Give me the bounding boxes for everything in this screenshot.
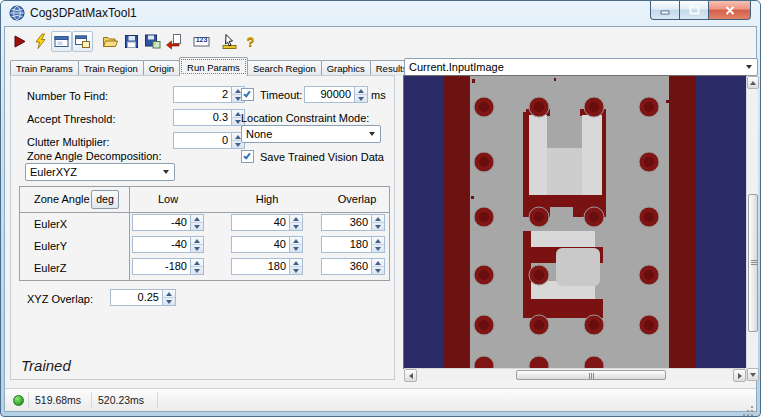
zone-angle-decomposition-label: Zone Angle Decomposition: — [27, 150, 162, 162]
image-display — [404, 76, 758, 381]
image-windows-cascade-button[interactable] — [72, 31, 93, 52]
spin-down-button[interactable] — [290, 223, 302, 230]
tab-origin[interactable]: Origin — [143, 60, 180, 76]
scroll-down-button[interactable] — [747, 368, 759, 381]
maximize-button[interactable] — [680, 1, 709, 20]
spin-up-button[interactable] — [163, 290, 175, 298]
location-constraint-mode-dropdown[interactable]: None — [241, 125, 381, 143]
status-bar: 519.68ms 520.23ms — [5, 388, 756, 411]
spin-down-button[interactable] — [372, 267, 384, 274]
clutter-multiplier-stepper[interactable]: 0 — [173, 132, 245, 149]
row-label-eulery: EulerY — [34, 240, 67, 252]
accept-threshold-stepper[interactable]: 0.3 — [173, 109, 245, 126]
timeout-checkbox[interactable] — [241, 88, 254, 101]
xyz-overlap-label: XYZ Overlap: — [27, 293, 93, 305]
results-button[interactable]: 123 — [191, 31, 212, 52]
chevron-down-icon[interactable] — [158, 164, 174, 180]
eulerx-low-stepper[interactable]: -40 — [132, 214, 204, 231]
save-button[interactable] — [121, 31, 142, 52]
eulerz-high-stepper[interactable]: 180 — [231, 258, 303, 275]
eulerz-low-stepper[interactable]: -180 — [132, 258, 204, 275]
row-label-eulerz: EulerZ — [34, 262, 66, 274]
scroll-up-button[interactable] — [747, 76, 759, 89]
chevron-down-icon[interactable] — [364, 126, 380, 142]
tab-train-region[interactable]: Train Region — [78, 60, 144, 76]
import-button[interactable] — [163, 31, 184, 52]
number-to-find-stepper[interactable]: 2 — [173, 86, 245, 103]
spin-up-button[interactable] — [290, 259, 302, 267]
spin-up-button[interactable] — [372, 237, 384, 245]
number-to-find-label: Number To Find: — [27, 90, 108, 102]
spin-down-button[interactable] — [290, 245, 302, 252]
image-view-dropdown[interactable]: Current.InputImage — [404, 58, 758, 76]
image-window-icon — [53, 33, 70, 50]
vertical-scrollbar[interactable] — [746, 76, 758, 381]
image-window-button[interactable] — [51, 31, 72, 52]
open-folder-icon — [102, 33, 119, 50]
spin-up-button[interactable] — [191, 215, 203, 223]
spin-down-button[interactable] — [191, 245, 203, 252]
horizontal-scroll-thumb[interactable] — [516, 370, 666, 380]
spin-down-button[interactable] — [191, 223, 203, 230]
open-file-button[interactable] — [100, 31, 121, 52]
spin-up-button[interactable] — [372, 259, 384, 267]
column-header-overlap: Overlap — [321, 193, 393, 205]
tab-run-params[interactable]: Run Params — [179, 57, 248, 76]
titlebar[interactable]: Cog3DPatMaxTool1 — [1, 1, 760, 26]
spin-down-button[interactable] — [290, 267, 302, 274]
save-trained-vision-data-checkbox[interactable] — [241, 150, 254, 163]
spin-down-button[interactable] — [355, 95, 367, 102]
timeout-label: Timeout: — [260, 89, 302, 101]
spin-up-button[interactable] — [372, 215, 384, 223]
toolbar-separator — [184, 31, 191, 52]
timeout-stepper[interactable]: 90000 — [304, 86, 368, 103]
spin-down-button[interactable] — [372, 245, 384, 252]
eulerx-overlap-stepper[interactable]: 360 — [321, 214, 385, 231]
eulery-overlap-stepper[interactable]: 180 — [321, 236, 385, 253]
spin-up-button[interactable] — [191, 259, 203, 267]
table-header-divider — [20, 212, 389, 213]
eulery-low-stepper[interactable]: -40 — [132, 236, 204, 253]
tool-state-text: Trained — [21, 357, 71, 374]
electric-run-button[interactable] — [30, 31, 51, 52]
spin-up-button[interactable] — [290, 215, 302, 223]
run-icon — [11, 33, 28, 50]
image-canvas[interactable] — [404, 76, 746, 368]
save-image-button[interactable] — [142, 31, 163, 52]
run-button[interactable] — [9, 31, 30, 52]
help-icon: ? — [247, 34, 255, 49]
spin-down-button[interactable] — [191, 267, 203, 274]
spin-up-button[interactable] — [355, 87, 367, 95]
vertical-scroll-thumb[interactable] — [748, 194, 758, 332]
scroll-right-button[interactable] — [733, 369, 746, 382]
zone-angle-header: Zone Angle — [34, 193, 90, 205]
tab-graphics[interactable]: Graphics — [321, 60, 371, 76]
spin-down-button[interactable] — [163, 298, 175, 305]
toolbar-separator — [212, 31, 219, 52]
resize-grip[interactable] — [751, 406, 753, 408]
eulerz-overlap-stepper[interactable]: 360 — [321, 258, 385, 275]
tab-strip: Train Params Train Region Origin Run Par… — [10, 56, 412, 76]
spin-up-button[interactable] — [290, 237, 302, 245]
deg-button[interactable]: deg — [91, 190, 119, 209]
close-button[interactable] — [709, 1, 751, 20]
horizontal-scrollbar[interactable] — [404, 368, 746, 381]
eulerx-high-stepper[interactable]: 40 — [231, 214, 303, 231]
help-button[interactable]: ? — [240, 31, 261, 52]
chevron-down-icon[interactable] — [741, 59, 757, 75]
spin-up-button[interactable] — [191, 237, 203, 245]
pointer-tool-button[interactable] — [219, 31, 240, 52]
eulery-high-stepper[interactable]: 40 — [231, 236, 303, 253]
spin-down-button[interactable] — [372, 223, 384, 230]
zone-angle-decomposition-dropdown[interactable]: EulerXYZ — [25, 163, 175, 181]
scroll-left-button[interactable] — [404, 369, 417, 382]
save-image-icon — [144, 33, 161, 50]
xyz-overlap-stepper[interactable]: 0.25 — [110, 289, 176, 306]
tab-search-region[interactable]: Search Region — [247, 60, 322, 76]
arrow-down-icon — [750, 373, 756, 377]
minimize-button[interactable] — [650, 1, 680, 20]
location-constraint-mode-label: Location Constraint Mode: — [241, 112, 369, 124]
tab-train-params[interactable]: Train Params — [10, 60, 79, 76]
import-arrow-icon — [165, 33, 182, 50]
column-header-low: Low — [132, 193, 204, 205]
